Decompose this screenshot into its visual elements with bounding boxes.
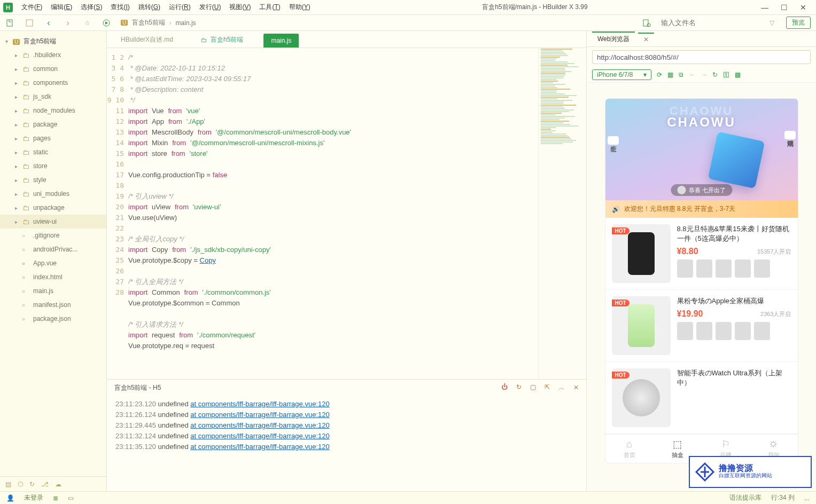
product-card[interactable]: HOT 8.8元旦特惠&苹果15来袭丨好货随机一件（5连高爆必中）¥8.8015… [605,218,798,290]
editor-tab[interactable]: main.js [263,34,299,48]
console-clear-icon[interactable]: ▢ [530,383,536,392]
preview-tab-close-icon[interactable]: ✕ [638,33,654,45]
editor-tab[interactable]: 🗀 盲盒h5前端 [193,32,251,48]
device-select[interactable]: iPhone 6/7/8 ▾ [592,69,651,80]
menu-item[interactable]: 运行(R) [165,3,195,11]
new-file-icon[interactable] [5,18,15,28]
rotate-icon[interactable]: ⟳ [657,71,662,78]
minimap[interactable] [538,48,586,379]
menu-item[interactable]: 跳转(G) [134,3,165,11]
console-link[interactable]: at components/lff-barrage/lff-barrage.vu… [190,421,329,429]
tree-folder[interactable]: ▸🗀uview-ui [0,215,106,229]
filter-icon[interactable]: ▽ [767,18,776,28]
console-link[interactable]: at components/lff-barrage/lff-barrage.vu… [190,411,329,419]
variant-thumb[interactable] [754,259,770,278]
variant-thumb[interactable] [696,259,712,278]
qr-icon[interactable]: ▩ [735,71,741,78]
preview-button[interactable]: 预览 [786,17,811,29]
cloud-icon[interactable]: ☁ [55,481,61,488]
tree-folder[interactable]: ▸🗀common [0,62,106,76]
tree-folder[interactable]: ▸🗀js_sdk [0,90,106,104]
console-close-icon[interactable]: ⨯ [573,383,579,392]
list-icon[interactable]: ≣ [53,494,58,502]
crumb-file[interactable]: main.js [176,19,196,27]
variant-thumb[interactable] [735,322,751,340]
file-search-icon[interactable] [642,18,651,28]
close-button[interactable]: ✕ [794,3,813,12]
reload-icon[interactable]: ↻ [712,71,718,78]
tree-file[interactable]: ▫package.json [0,312,106,326]
tree-file[interactable]: ▫androidPrivac... [0,242,106,256]
syntax-hint-button[interactable]: 语法提示库 [729,493,761,502]
nav-fwd-icon[interactable]: › [63,18,73,28]
panel-icon[interactable]: ▭ [68,494,74,502]
star-icon[interactable]: ☆ [82,18,92,28]
tree-folder[interactable]: ▸🗀static [0,145,106,159]
console-link[interactable]: at components/lff-barrage/lff-barrage.vu… [190,400,329,408]
menu-item[interactable]: 工具(T) [255,3,284,11]
tree-root[interactable]: ▾U盲盒h5前端 [0,34,106,48]
menu-item[interactable]: 编辑(E) [46,3,76,11]
tree-folder[interactable]: ▸🗀unpackage [0,201,106,215]
preview-url-input[interactable] [592,50,811,64]
code-area[interactable]: /* * @Date: 2022-10-11 10:15:12 * @LastE… [128,48,538,379]
tree-folder[interactable]: ▸🗀package [0,117,106,131]
variant-thumb[interactable] [677,259,693,278]
tree-folder[interactable]: ▸🗀components [0,76,106,90]
nav-back-icon[interactable]: ‹ [44,18,53,28]
prev-fwd-icon[interactable]: → [701,71,707,78]
tree-folder[interactable]: ▸🗀node_modules [0,104,106,117]
product-card[interactable]: HOT 智能手表のWatch Ultra系列（上架中） [605,362,798,434]
hero-drawer-button[interactable]: 盒柜 [608,136,619,145]
tree-file[interactable]: ▫.gitignore [0,229,106,242]
sync-icon[interactable]: ↻ [29,481,35,488]
status-more[interactable]: ... [804,494,810,502]
menu-item[interactable]: 查找(I) [106,3,134,11]
menu-item[interactable]: 帮助(Y) [285,3,315,11]
screenshot-icon[interactable]: ▦ [667,71,673,78]
code-editor[interactable]: 1 2 3 4 5 6 7 8 9 10 11 12 13 14 15 16 1… [107,48,586,379]
tree-file[interactable]: ▫manifest.json [0,298,106,312]
console-output[interactable]: 23:11:23.120 undefined at components/lff… [107,396,586,491]
console-collapse-icon[interactable]: ︿ [558,383,565,392]
branch-icon[interactable]: ⎇ [41,481,49,488]
menu-item[interactable]: 发行(U) [195,3,226,11]
variant-thumb[interactable] [716,322,732,340]
minimize-button[interactable]: — [755,3,774,12]
run-icon[interactable] [102,18,111,28]
console-export-icon[interactable]: ⇱ [545,383,550,392]
variant-thumb[interactable] [696,322,712,340]
terminal-icon[interactable]: ▤ [5,481,11,488]
variant-thumb[interactable] [716,259,732,278]
menu-item[interactable]: 文件(F) [17,3,46,11]
nav-item[interactable]: ⌂首页 [605,435,654,463]
crumb-project[interactable]: 盲盒h5前端 [132,18,165,27]
save-icon[interactable] [25,18,34,28]
preview-tab[interactable]: Web浏览器 [592,32,635,46]
tree-folder[interactable]: ▸🗀.hbuilderx [0,48,106,62]
variant-thumb[interactable] [677,322,693,340]
console-link[interactable]: at components/lff-barrage/lff-barrage.vu… [190,432,329,440]
product-card[interactable]: HOT 果粉专场のApple全家桶高爆¥19.902363人开启 [605,290,798,362]
tree-folder[interactable]: ▸🗀pages [0,131,106,145]
bug-icon[interactable]: ⬡ [18,481,23,488]
variant-thumb[interactable] [735,259,751,278]
menu-item[interactable]: 视图(V) [225,3,255,11]
lock-icon[interactable]: ⚿ [723,71,729,78]
console-link[interactable]: at components/lff-barrage/lff-barrage.vu… [190,443,329,451]
tree-folder[interactable]: ▸🗀store [0,159,106,173]
console-stop-icon[interactable]: ⏻ [501,383,508,392]
editor-tab[interactable]: HBuilderX自述.md [113,32,181,48]
tree-file[interactable]: ▫App.vue [0,256,106,270]
inspect-icon[interactable]: ⧉ [679,71,683,78]
tree-folder[interactable]: ▸🗀style [0,173,106,187]
menu-item[interactable]: 选择(S) [76,3,106,11]
app-screen[interactable]: CHAOWU CHAOWU 盒柜 活动规则 恭喜 七开出了 🔊 欢迎您！元旦特惠… [605,99,798,463]
variant-thumb[interactable] [754,322,770,340]
tree-file[interactable]: ▫main.js [0,284,106,298]
file-search-input[interactable] [661,19,757,27]
maximize-button[interactable]: ☐ [774,3,794,12]
login-status[interactable]: 未登录 [24,493,43,502]
prev-back-icon[interactable]: ← [689,71,695,78]
hero-rules-button[interactable]: 活动规则 [784,131,796,139]
